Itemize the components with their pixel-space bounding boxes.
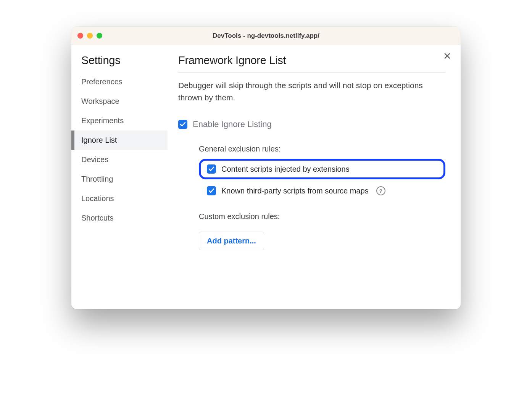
- general-rules-heading: General exclusion rules:: [199, 145, 445, 153]
- add-pattern-button[interactable]: Add pattern...: [199, 232, 264, 250]
- rule-content-scripts-checkbox[interactable]: [207, 164, 216, 174]
- window-title: DevTools - ng-devtools.netlify.app/: [71, 32, 461, 40]
- titlebar: DevTools - ng-devtools.netlify.app/: [71, 27, 461, 45]
- close-icon[interactable]: ✕: [443, 51, 451, 61]
- sidebar-item-devices[interactable]: Devices: [71, 150, 168, 169]
- check-icon: [208, 166, 214, 172]
- page-title: Framework Ignore List: [178, 54, 445, 67]
- sidebar-item-ignore-list[interactable]: Ignore List: [71, 130, 168, 150]
- rule-content-scripts-row: Content scripts injected by extensions: [199, 159, 445, 179]
- sidebar-title: Settings: [71, 54, 168, 72]
- check-icon: [208, 188, 214, 194]
- sidebar-item-throttling[interactable]: Throttling: [71, 169, 168, 189]
- close-window-button[interactable]: [77, 33, 83, 39]
- sidebar-item-shortcuts[interactable]: Shortcuts: [71, 208, 168, 228]
- enable-ignore-listing-checkbox[interactable]: [178, 120, 187, 129]
- check-icon: [180, 121, 186, 127]
- page-description: Debugger will skip through the scripts a…: [178, 79, 445, 103]
- traffic-lights: [77, 33, 102, 39]
- zoom-window-button[interactable]: [97, 33, 102, 39]
- sidebar-item-preferences[interactable]: Preferences: [71, 72, 168, 92]
- minimize-window-button[interactable]: [87, 33, 93, 39]
- rule-content-scripts-label: Content scripts injected by extensions: [221, 165, 350, 174]
- divider: [178, 72, 445, 72]
- help-icon[interactable]: ?: [376, 186, 385, 195]
- sidebar-item-workspace[interactable]: Workspace: [71, 92, 168, 111]
- enable-ignore-listing-label: Enable Ignore Listing: [193, 119, 272, 129]
- rule-third-party-row: Known third-party scripts from source ma…: [199, 182, 445, 199]
- custom-rules-heading: Custom exclusion rules:: [199, 212, 445, 221]
- rule-third-party-label: Known third-party scripts from source ma…: [221, 187, 369, 195]
- sidebar-item-locations[interactable]: Locations: [71, 189, 168, 208]
- settings-window: DevTools - ng-devtools.netlify.app/ ✕ Se…: [71, 27, 461, 309]
- sidebar-item-experiments[interactable]: Experiments: [71, 111, 168, 130]
- enable-ignore-listing-row: Enable Ignore Listing: [178, 119, 445, 129]
- settings-sidebar: Settings Preferences Workspace Experimen…: [71, 45, 168, 309]
- rule-third-party-checkbox[interactable]: [207, 186, 216, 195]
- main-panel: Framework Ignore List Debugger will skip…: [168, 45, 461, 309]
- content-area: ✕ Settings Preferences Workspace Experim…: [71, 45, 461, 309]
